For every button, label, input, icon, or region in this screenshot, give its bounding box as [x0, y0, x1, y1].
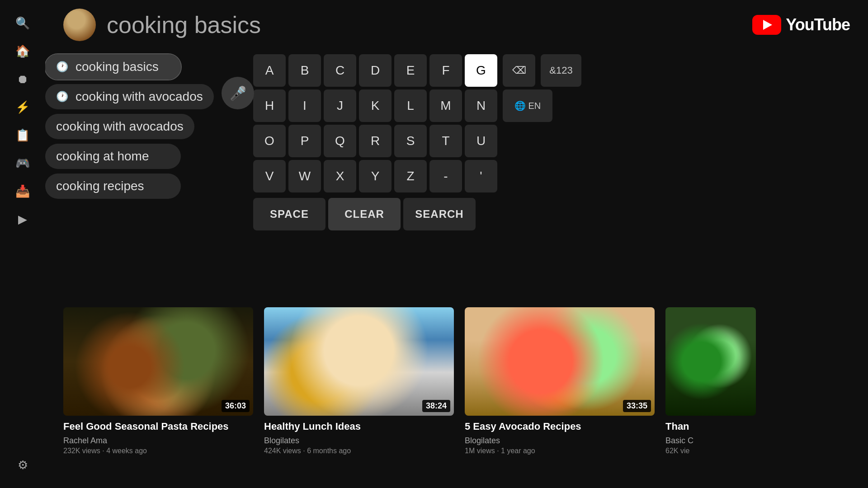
keyboard-rows: A B C D E F G ⌫ &123 H I J K L M N 🌐 EN …: [253, 54, 479, 230]
video-channel-2: Blogilates: [465, 436, 655, 446]
history-icon-0: 🕐: [56, 61, 68, 73]
key-P[interactable]: P: [288, 125, 321, 157]
history-icon-1: 🕐: [56, 91, 68, 103]
youtube-text: YouTube: [786, 15, 850, 34]
key-W[interactable]: W: [288, 160, 321, 192]
key-apostrophe[interactable]: ': [465, 160, 497, 192]
subscriptions-icon: ▶: [18, 213, 27, 225]
key-B[interactable]: B: [288, 54, 321, 87]
key-C[interactable]: C: [324, 54, 356, 87]
space-key[interactable]: SPACE: [253, 198, 326, 230]
keyboard-row-4: V W X Y Z - ': [253, 160, 479, 192]
key-F[interactable]: F: [429, 54, 462, 87]
settings-icon: ⚙: [18, 459, 28, 471]
key-D[interactable]: D: [359, 54, 392, 87]
video-info-1: Healthy Lunch Ideas Blogilates 424K view…: [264, 416, 454, 460]
suggestion-text-0: cooking basics: [75, 60, 159, 74]
key-A[interactable]: A: [253, 54, 286, 87]
video-title-2: 5 Easy Avocado Recipes: [465, 420, 655, 433]
header: cooking basics YouTube: [45, 0, 868, 50]
video-meta-1: 424K views · 6 months ago: [264, 447, 454, 455]
video-title-3: Than: [665, 420, 756, 433]
search-query-bold: cooking: [107, 12, 194, 38]
key-N[interactable]: N: [465, 89, 497, 122]
key-V[interactable]: V: [253, 160, 286, 192]
key-J[interactable]: J: [324, 89, 356, 122]
key-X[interactable]: X: [324, 160, 356, 192]
key-S[interactable]: S: [394, 125, 427, 157]
key-Y[interactable]: Y: [359, 160, 392, 192]
key-Q[interactable]: Q: [324, 125, 356, 157]
video-card-2[interactable]: 33:35 5 Easy Avocado Recipes Blogilates …: [465, 307, 655, 460]
downloads-icon: 📥: [15, 185, 30, 197]
search-key[interactable]: SEARCH: [403, 198, 476, 230]
key-M[interactable]: M: [429, 89, 462, 122]
suggestion-text-1: cooking with avocados: [75, 89, 203, 104]
sidebar-item-settings[interactable]: ⚙: [0, 451, 45, 479]
suggestion-text-3: cooking at home: [56, 149, 149, 164]
video-thumb-3: [665, 307, 756, 416]
youtube-play-triangle: [763, 20, 772, 30]
key-dash[interactable]: -: [429, 160, 462, 192]
suggestion-item-1[interactable]: 🕐 cooking with avocados: [45, 84, 214, 109]
key-O[interactable]: O: [253, 125, 286, 157]
youtube-icon: [752, 15, 781, 35]
video-meta-3: 62K vie: [665, 447, 756, 455]
video-meta-2: 1M views · 1 year ago: [465, 447, 655, 455]
mic-icon: 🎤: [230, 85, 246, 101]
video-thumb-2: 33:35: [465, 307, 655, 416]
sidebar-item-downloads[interactable]: 📥: [0, 177, 45, 205]
backspace-key[interactable]: ⌫: [503, 54, 535, 87]
video-thumb-0: 36:03: [63, 307, 253, 416]
suggestions-list: 🕐 cooking basics 🕐 cooking with avocados…: [45, 54, 271, 199]
sidebar: 🔍 🏠 ⏺ ⚡ 📋 🎮 📥 ▶ ⚙: [0, 0, 45, 488]
video-channel-0: Rachel Ama: [63, 436, 253, 446]
key-L[interactable]: L: [394, 89, 427, 122]
mic-button[interactable]: 🎤: [222, 77, 254, 109]
key-E[interactable]: E: [394, 54, 427, 87]
video-card-3[interactable]: Than Basic C 62K vie: [665, 307, 756, 460]
video-info-3: Than Basic C 62K vie: [665, 416, 756, 460]
search-query-light: basics: [194, 12, 261, 38]
video-channel-1: Blogilates: [264, 436, 454, 446]
video-card-0[interactable]: 36:03 Feel Good Seasonal Pasta Recipes R…: [63, 307, 253, 460]
key-K[interactable]: K: [359, 89, 392, 122]
language-key[interactable]: 🌐 EN: [503, 89, 552, 122]
sidebar-item-home[interactable]: 🏠: [0, 37, 45, 65]
key-T[interactable]: T: [429, 125, 462, 157]
key-I[interactable]: I: [288, 89, 321, 122]
video-duration-1: 38:24: [422, 400, 450, 412]
key-R[interactable]: R: [359, 125, 392, 157]
sidebar-item-subscriptions[interactable]: ▶: [0, 205, 45, 233]
video-thumb-1: 38:24: [264, 307, 454, 416]
sidebar-item-search[interactable]: 🔍: [0, 9, 45, 37]
video-title-0: Feel Good Seasonal Pasta Recipes: [63, 420, 253, 433]
youtube-logo: YouTube: [752, 15, 850, 35]
sidebar-item-gaming[interactable]: 🎮: [0, 149, 45, 177]
key-G[interactable]: G: [465, 54, 497, 87]
keyboard-bottom-row: SPACE CLEAR SEARCH: [253, 198, 479, 230]
search-icon: 🔍: [15, 17, 30, 29]
video-card-1[interactable]: 38:24 Healthy Lunch Ideas Blogilates 424…: [264, 307, 454, 460]
suggestion-text-4: cooking recipes: [56, 179, 144, 193]
suggestion-item-0[interactable]: 🕐 cooking basics: [45, 54, 181, 80]
video-info-0: Feel Good Seasonal Pasta Recipes Rachel …: [63, 416, 253, 460]
key-U[interactable]: U: [465, 125, 497, 157]
suggestion-item-4[interactable]: cooking recipes: [45, 174, 181, 199]
shorts-icon: ⚡: [15, 101, 30, 113]
library-icon: 📋: [15, 129, 30, 141]
suggestion-item-3[interactable]: cooking at home: [45, 144, 181, 169]
sidebar-item-shorts[interactable]: ⚡: [0, 93, 45, 121]
sidebar-item-library[interactable]: 📋: [0, 121, 45, 149]
keyboard-row-3: O P Q R S T U: [253, 125, 479, 157]
suggestion-item-2[interactable]: cooking with avocados: [45, 114, 194, 139]
key-Z[interactable]: Z: [394, 160, 427, 192]
clear-key[interactable]: CLEAR: [328, 198, 401, 230]
numbers-key[interactable]: &123: [541, 54, 581, 87]
video-grid: 36:03 Feel Good Seasonal Pasta Recipes R…: [45, 307, 868, 488]
suggestion-text-2: cooking with avocados: [56, 119, 184, 134]
video-info-2: 5 Easy Avocado Recipes Blogilates 1M vie…: [465, 416, 655, 460]
sidebar-item-live[interactable]: ⏺: [0, 65, 45, 93]
video-title-1: Healthy Lunch Ideas: [264, 420, 454, 433]
key-H[interactable]: H: [253, 89, 286, 122]
